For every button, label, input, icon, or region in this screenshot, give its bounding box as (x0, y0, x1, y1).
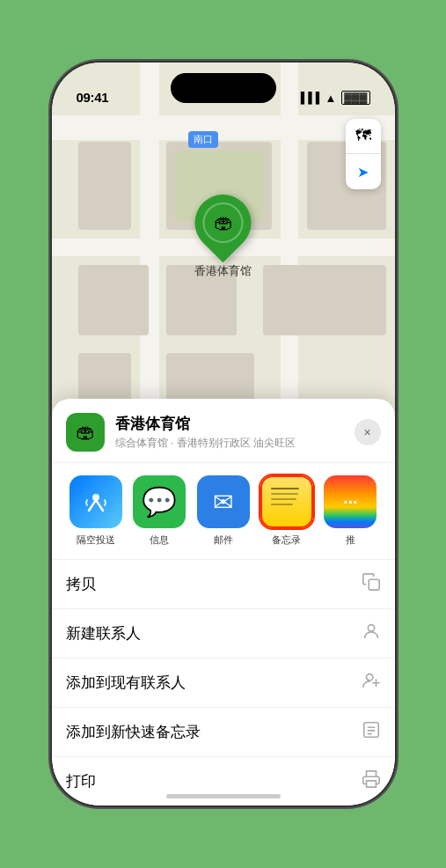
notes-icon (260, 475, 313, 528)
messages-label: 信息 (129, 533, 189, 547)
phone-frame: 09:41 ▐▐▐ ▲ ▓▓▓ 南口 (52, 63, 395, 805)
signal-icon: ▐▐▐ (297, 92, 320, 104)
messages-icon: 💬 (133, 475, 186, 528)
mail-label: 邮件 (193, 533, 252, 547)
svg-rect-6 (363, 723, 378, 738)
share-more[interactable]: ··· 推 (320, 475, 380, 547)
bottom-sheet: 🏟 香港体育馆 综合体育馆 · 香港特别行政区 油尖旺区 × (52, 399, 395, 805)
more-label: 推 (320, 533, 380, 547)
map-area: 南口 🗺 ➤ 🏟 香港体育馆 (52, 63, 395, 423)
copy-icon (362, 572, 381, 596)
action-new-contact-label: 新建联系人 (66, 623, 141, 644)
action-add-contact[interactable]: 添加到现有联系人 (52, 658, 395, 708)
action-quick-note-label: 添加到新快速备忘录 (66, 722, 201, 742)
map-type-button[interactable]: 🗺 (346, 119, 381, 154)
share-notes[interactable]: 备忘录 (257, 475, 317, 547)
notes-line-4 (271, 504, 293, 505)
wifi-icon: ▲ (325, 92, 336, 105)
notes-label: 备忘录 (257, 533, 317, 547)
share-messages[interactable]: 💬 信息 (129, 475, 189, 547)
location-button[interactable]: ➤ (346, 154, 381, 189)
share-row: 隔空投送 💬 信息 ✉ 邮件 (52, 463, 395, 560)
dynamic-island (171, 73, 276, 103)
status-icons: ▐▐▐ ▲ ▓▓▓ (297, 91, 370, 105)
venue-info: 香港体育馆 综合体育馆 · 香港特别行政区 油尖旺区 (115, 414, 355, 451)
svg-rect-10 (366, 781, 376, 787)
notes-line-1 (271, 488, 299, 489)
venue-name: 香港体育馆 (115, 414, 355, 434)
more-icon: ··· (324, 475, 377, 528)
share-mail[interactable]: ✉ 邮件 (193, 475, 252, 547)
share-airdrop[interactable]: 隔空投送 (66, 475, 126, 547)
print-icon (362, 769, 381, 793)
notes-line-2 (271, 493, 298, 495)
quick-note-icon (362, 720, 381, 744)
svg-point-3 (366, 674, 372, 680)
action-new-contact[interactable]: 新建联系人 (52, 609, 395, 658)
map-label: 南口 (188, 131, 218, 148)
mail-icon: ✉ (197, 475, 250, 528)
add-contact-icon (362, 671, 381, 695)
new-contact-icon (362, 622, 381, 645)
map-controls[interactable]: 🗺 ➤ (346, 119, 381, 189)
action-copy[interactable]: 拷贝 (52, 560, 395, 609)
venue-icon: 🏟 (66, 413, 105, 452)
status-time: 09:41 (77, 90, 109, 105)
action-quick-note[interactable]: 添加到新快速备忘录 (52, 708, 395, 757)
venue-subtitle: 综合体育馆 · 香港特别行政区 油尖旺区 (115, 436, 355, 451)
action-copy-label: 拷贝 (66, 574, 96, 594)
airdrop-icon (69, 475, 122, 528)
battery-icon: ▓▓▓ (341, 91, 369, 105)
notes-line-3 (271, 498, 296, 500)
action-add-contact-label: 添加到现有联系人 (66, 673, 186, 693)
venue-header: 🏟 香港体育馆 综合体育馆 · 香港特别行政区 油尖旺区 × (52, 399, 395, 463)
svg-point-2 (368, 625, 374, 631)
home-indicator (166, 794, 281, 798)
svg-rect-1 (369, 579, 379, 590)
close-button[interactable]: × (355, 419, 381, 445)
location-pin: 🏟 香港体育馆 (194, 195, 252, 279)
pin-label: 香港体育馆 (194, 263, 252, 279)
action-print-label: 打印 (66, 771, 96, 791)
airdrop-label: 隔空投送 (66, 533, 126, 547)
notes-lines (266, 481, 308, 509)
pin-icon: 🏟 (203, 202, 244, 243)
pin-shape: 🏟 (183, 183, 263, 263)
